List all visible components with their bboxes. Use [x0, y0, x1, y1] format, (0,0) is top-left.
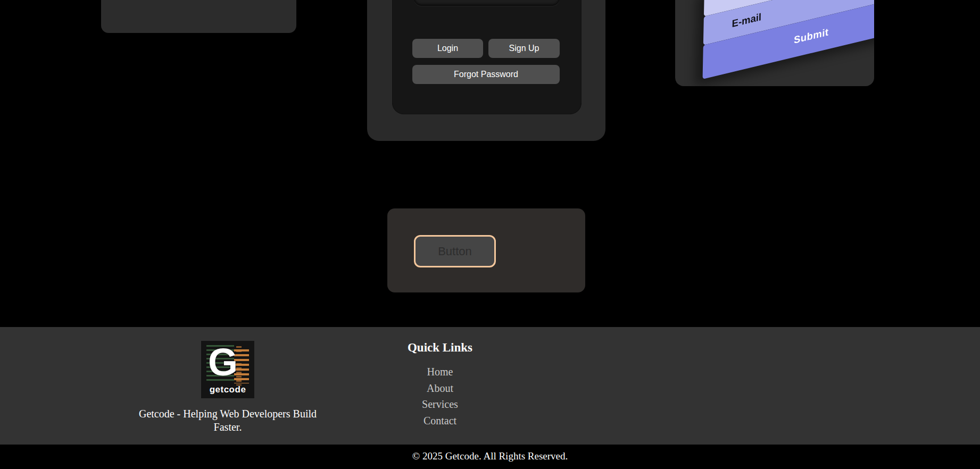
- getcode-logo: G getcode: [201, 341, 254, 398]
- list-item: Home: [387, 364, 493, 381]
- login-button[interactable]: Login: [412, 39, 483, 58]
- quick-links-list: Home About Services Contact: [387, 364, 493, 429]
- quick-link-services[interactable]: Services: [422, 398, 458, 410]
- list-item: About: [387, 381, 493, 397]
- footer-quick-links-column: Quick Links Home About Services Contact: [387, 327, 493, 429]
- quick-links-title: Quick Links: [387, 341, 493, 355]
- quick-link-about[interactable]: About: [427, 382, 453, 394]
- list-item: Contact: [387, 413, 493, 430]
- quick-link-contact[interactable]: Contact: [423, 415, 456, 426]
- quick-link-home[interactable]: Home: [427, 366, 453, 378]
- main-content-area: Login Sign Up Forgot Password Name E-mai…: [0, 0, 980, 327]
- login-panel: Login Sign Up Forgot Password: [392, 0, 582, 114]
- 3d-form-card: Name E-mail Submit: [675, 0, 874, 86]
- 3d-form: Name E-mail Submit: [703, 0, 874, 79]
- logo-letter: G: [208, 343, 238, 381]
- login-card: Login Sign Up Forgot Password: [367, 0, 605, 141]
- footer: G getcode Getcode - Helping Web Develope…: [0, 327, 980, 445]
- demo-button-card: Button: [387, 208, 585, 292]
- footer-tagline: Getcode - Helping Web Developers Build F…: [132, 407, 323, 434]
- list-item: Services: [387, 397, 493, 413]
- copyright-bar: © 2025 Getcode. All Rights Reserved.: [0, 445, 980, 469]
- login-input[interactable]: [414, 0, 560, 6]
- signup-button[interactable]: Sign Up: [488, 39, 560, 58]
- forgot-password-button[interactable]: Forgot Password: [412, 65, 560, 84]
- 3d-form-wrapper: Name E-mail Submit: [704, 0, 874, 79]
- logo-wordmark: getcode: [201, 384, 254, 395]
- demo-button[interactable]: Button: [414, 235, 496, 267]
- battery-loader-card: [101, 0, 296, 33]
- footer-brand-column: G getcode Getcode - Helping Web Develope…: [116, 341, 339, 434]
